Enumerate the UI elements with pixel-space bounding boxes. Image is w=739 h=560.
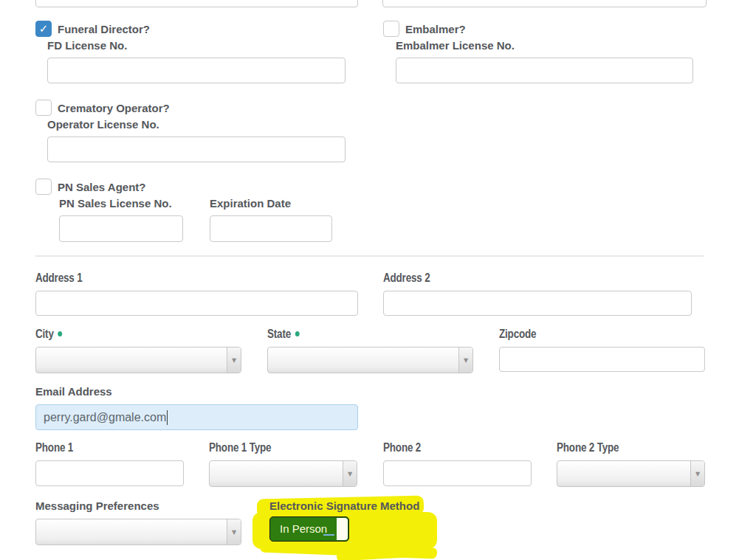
email-input[interactable]: perry.gard@gmale.com — [35, 404, 358, 430]
email-value: perry.gard@gmale.com — [44, 411, 166, 424]
electronic-signature-method-select[interactable]: In Person — [269, 516, 349, 542]
expiration-date-input[interactable] — [210, 215, 332, 242]
state-select[interactable]: ▼ — [267, 347, 473, 373]
state-label: State — [267, 328, 300, 341]
expiration-date-label: Expiration Date — [210, 197, 291, 210]
annotation-blue-dash — [323, 534, 334, 536]
address2-label: Address 2 — [383, 272, 430, 285]
profile-form: ✓ Funeral Director? FD License No. Embal… — [0, 0, 739, 560]
dropdown-arrow-strip: ▼ — [458, 348, 472, 373]
embalmer-checkbox[interactable] — [383, 21, 399, 37]
dropdown-arrow-strip: ▼ — [690, 461, 704, 486]
operator-license-label: Operator License No. — [47, 118, 159, 131]
chevron-down-icon: ▼ — [695, 471, 700, 477]
electronic-signature-method-label: Electronic Signature Method — [269, 499, 419, 513]
zipcode-label: Zipcode — [499, 328, 536, 341]
embalmer-license-label: Embalmer License No. — [396, 39, 515, 52]
fd-license-input[interactable] — [47, 58, 346, 83]
chevron-down-icon: ▼ — [464, 357, 468, 364]
required-indicator — [295, 331, 300, 336]
phone2-type-select[interactable]: ▼ — [557, 460, 705, 487]
funeral-director-checkbox[interactable]: ✓ — [35, 21, 52, 37]
dropdown-arrow-strip: ▼ — [227, 519, 241, 545]
dropdown-arrow-strip: ▼ — [343, 461, 357, 486]
pn-sales-license-label: PN Sales License No. — [59, 197, 172, 210]
address1-label: Address 1 — [35, 272, 82, 285]
messaging-preferences-label: Messaging Preferences — [35, 499, 159, 513]
pn-sales-license-input[interactable] — [59, 215, 183, 242]
crematory-operator-checkbox[interactable] — [35, 100, 52, 116]
dropdown-arrow-strip: ▼ — [227, 348, 241, 373]
text-cursor — [167, 410, 168, 425]
phone1-type-label: Phone 1 Type — [209, 441, 271, 454]
phone2-label: Phone 2 — [383, 441, 421, 454]
zipcode-input[interactable] — [499, 347, 705, 372]
chevron-down-icon: ▼ — [232, 529, 236, 536]
phone2-input[interactable] — [383, 460, 532, 486]
phone1-label: Phone 1 — [35, 441, 73, 454]
partial-input-left[interactable] — [35, 0, 358, 7]
operator-license-input[interactable] — [47, 136, 346, 162]
pn-sales-agent-label: PN Sales Agent? — [58, 181, 145, 194]
address2-input[interactable] — [383, 291, 692, 316]
pn-sales-agent-checkbox[interactable] — [35, 179, 52, 195]
address1-input[interactable] — [35, 291, 358, 316]
crematory-operator-label: Crematory Operator? — [58, 102, 170, 115]
dropdown-arrow-strip — [337, 518, 348, 540]
chevron-down-icon: ▼ — [232, 357, 236, 364]
funeral-director-label: Funeral Director? — [58, 23, 150, 36]
embalmer-label: Embalmer? — [405, 23, 466, 36]
phone2-type-label: Phone 2 Type — [557, 441, 619, 454]
email-label: Email Address — [35, 385, 112, 398]
section-divider — [35, 255, 704, 257]
esignature-selected-value: In Person — [280, 522, 327, 535]
fd-license-label: FD License No. — [47, 39, 127, 52]
city-select[interactable]: ▼ — [35, 347, 241, 373]
embalmer-license-input[interactable] — [396, 58, 693, 83]
partial-input-right[interactable] — [382, 0, 707, 7]
city-label: City — [35, 328, 62, 341]
check-icon: ✓ — [39, 24, 49, 35]
messaging-preferences-select[interactable]: ▼ — [35, 519, 241, 545]
chevron-down-icon: ▼ — [348, 471, 352, 477]
phone1-type-select[interactable]: ▼ — [209, 460, 357, 487]
required-indicator — [58, 331, 63, 336]
phone1-input[interactable] — [35, 460, 184, 486]
